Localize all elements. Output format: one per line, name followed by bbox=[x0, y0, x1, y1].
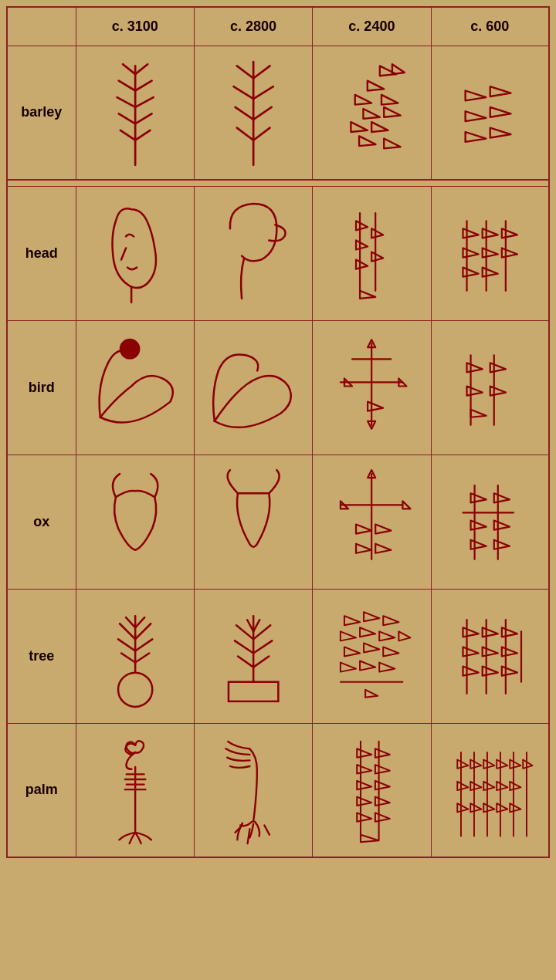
svg-line-16 bbox=[236, 106, 254, 119]
svg-marker-44 bbox=[371, 252, 383, 261]
svg-marker-91 bbox=[493, 539, 509, 549]
svg-line-108 bbox=[253, 640, 272, 653]
svg-line-9 bbox=[120, 130, 135, 140]
barley-3100-glyph bbox=[76, 46, 194, 180]
svg-marker-25 bbox=[364, 109, 380, 119]
svg-marker-156 bbox=[358, 780, 372, 789]
svg-marker-138 bbox=[501, 647, 517, 656]
svg-marker-171 bbox=[483, 759, 494, 768]
bird-600-glyph bbox=[431, 320, 549, 455]
barley-separator bbox=[7, 180, 549, 186]
ox-2800-glyph bbox=[194, 455, 312, 589]
svg-marker-128 bbox=[365, 689, 378, 697]
svg-marker-43 bbox=[371, 228, 383, 238]
header-row: c. 3100 c. 2800 c. 2400 c. 600 bbox=[7, 7, 549, 46]
svg-marker-177 bbox=[483, 781, 494, 789]
svg-point-92 bbox=[118, 672, 152, 706]
svg-marker-119 bbox=[379, 631, 395, 640]
svg-marker-34 bbox=[490, 106, 510, 117]
svg-line-14 bbox=[233, 86, 253, 99]
svg-marker-183 bbox=[497, 803, 507, 812]
svg-line-12 bbox=[237, 66, 253, 78]
svg-marker-136 bbox=[463, 647, 478, 656]
svg-marker-159 bbox=[375, 796, 390, 805]
palm-label: palm bbox=[7, 723, 76, 857]
svg-marker-153 bbox=[375, 749, 390, 757]
svg-marker-79 bbox=[356, 524, 371, 533]
svg-line-109 bbox=[238, 656, 253, 667]
svg-marker-126 bbox=[379, 662, 395, 671]
svg-line-15 bbox=[253, 86, 273, 99]
ox-2400-glyph bbox=[313, 455, 431, 589]
barley-600-glyph bbox=[431, 46, 549, 180]
svg-marker-24 bbox=[381, 94, 398, 104]
svg-marker-53 bbox=[482, 248, 497, 257]
svg-line-2 bbox=[135, 64, 147, 74]
svg-line-5 bbox=[117, 97, 135, 107]
svg-marker-121 bbox=[344, 647, 360, 656]
svg-marker-116 bbox=[383, 616, 398, 625]
tree-label: tree bbox=[7, 589, 76, 723]
head-row: head bbox=[7, 186, 549, 320]
svg-line-19 bbox=[253, 127, 270, 140]
svg-line-98 bbox=[121, 653, 135, 662]
cuneiform-evolution-table: c. 3100 c. 2800 c. 2400 c. 600 barley bbox=[6, 6, 550, 858]
svg-line-101 bbox=[126, 617, 135, 627]
svg-marker-117 bbox=[341, 631, 356, 640]
head-600-glyph bbox=[431, 186, 549, 320]
svg-line-1 bbox=[123, 64, 135, 74]
palm-2800-glyph bbox=[194, 723, 312, 857]
svg-marker-172 bbox=[497, 759, 507, 768]
palm-row: palm bbox=[7, 723, 549, 857]
svg-marker-181 bbox=[470, 803, 481, 812]
svg-marker-78 bbox=[403, 501, 411, 509]
svg-marker-90 bbox=[470, 539, 486, 549]
svg-marker-27 bbox=[351, 122, 368, 132]
svg-marker-124 bbox=[341, 662, 356, 671]
svg-marker-162 bbox=[361, 834, 379, 841]
svg-marker-33 bbox=[465, 111, 486, 121]
svg-marker-120 bbox=[399, 631, 411, 640]
svg-marker-122 bbox=[364, 643, 379, 652]
head-2400-glyph bbox=[313, 186, 431, 320]
svg-line-3 bbox=[118, 80, 134, 90]
svg-marker-30 bbox=[384, 138, 400, 148]
svg-marker-52 bbox=[463, 248, 478, 257]
svg-marker-125 bbox=[360, 661, 375, 670]
svg-marker-71 bbox=[490, 386, 505, 395]
ox-600-glyph bbox=[431, 455, 549, 589]
svg-marker-89 bbox=[493, 520, 509, 529]
svg-line-7 bbox=[118, 113, 134, 123]
head-3100-glyph bbox=[76, 186, 194, 320]
svg-point-57 bbox=[120, 340, 139, 358]
svg-marker-50 bbox=[482, 228, 497, 238]
svg-line-110 bbox=[253, 656, 269, 667]
tree-3100-glyph bbox=[76, 589, 194, 723]
svg-marker-31 bbox=[465, 90, 486, 100]
bird-label: bird bbox=[7, 320, 76, 455]
svg-marker-176 bbox=[470, 781, 481, 789]
svg-marker-29 bbox=[359, 136, 375, 146]
svg-marker-152 bbox=[358, 749, 372, 757]
svg-marker-154 bbox=[358, 765, 372, 773]
svg-line-97 bbox=[135, 639, 152, 651]
svg-marker-70 bbox=[466, 386, 482, 395]
head-2800-glyph bbox=[194, 186, 312, 320]
svg-marker-140 bbox=[482, 666, 497, 675]
svg-marker-182 bbox=[483, 803, 494, 812]
svg-marker-55 bbox=[463, 267, 478, 276]
svg-marker-36 bbox=[490, 127, 510, 137]
svg-marker-170 bbox=[470, 759, 481, 768]
barley-2400-glyph bbox=[313, 46, 431, 180]
svg-line-17 bbox=[253, 106, 272, 119]
svg-marker-179 bbox=[510, 781, 520, 789]
svg-marker-88 bbox=[470, 520, 486, 529]
svg-line-149 bbox=[248, 829, 250, 843]
svg-marker-180 bbox=[457, 803, 468, 812]
header-col1: c. 3100 bbox=[76, 7, 194, 46]
ox-3100-glyph bbox=[76, 455, 194, 589]
svg-marker-51 bbox=[501, 228, 517, 238]
svg-marker-40 bbox=[356, 221, 368, 230]
ox-row: ox bbox=[7, 455, 549, 589]
svg-line-18 bbox=[237, 127, 253, 140]
